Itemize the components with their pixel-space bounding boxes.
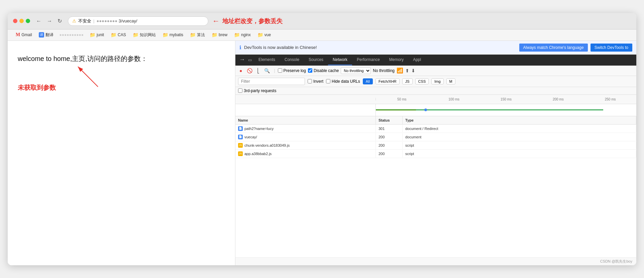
timeline-mark-50: 50 ms — [376, 97, 428, 101]
row4-status-cell: 200 — [376, 150, 403, 157]
table-row[interactable]: 📄 vuecay/ 200 document — [235, 133, 636, 141]
red-arrow-icon: ← — [212, 17, 220, 25]
preserve-log-checkbox[interactable]: Preserve log — [278, 68, 306, 73]
url-separator: | — [93, 18, 94, 23]
timeline-visual — [235, 104, 636, 116]
address-bar[interactable]: ⚠ 不安全 | ●●●●●●●● 3/vuecay/ — [68, 16, 208, 26]
row2-type-cell: document — [403, 133, 636, 141]
close-button[interactable] — [13, 19, 17, 23]
tab-application[interactable]: Appl — [408, 55, 426, 65]
tab-performance[interactable]: Performance — [352, 55, 385, 65]
window-controls — [13, 19, 30, 23]
tab-sources[interactable]: Sources — [304, 55, 328, 65]
timeline-blue-dot — [424, 109, 427, 111]
stop-button[interactable]: 🚫 — [245, 67, 254, 74]
devtools-info-text: DevTools is now available in Chinese! — [244, 45, 517, 50]
url-text: ●●●●●●●● 3/vuecay/ — [96, 18, 137, 23]
tab-memory[interactable]: Memory — [385, 55, 408, 65]
filter-all-button[interactable]: All — [363, 78, 373, 84]
row3-name-cell: JS chunk-vendors.a0183049.js — [235, 141, 376, 149]
row3-type-cell: script — [403, 142, 636, 149]
bookmark-nginx[interactable]: 📁 nginx — [231, 31, 253, 38]
main-area: welcome to home,主页,访问的路径的参数： 未获取到参数 ℹ — [8, 41, 636, 265]
filter-fetch-xhr-button[interactable]: Fetch/XHR — [375, 78, 400, 84]
switch-devtools-button[interactable]: Switch DevTools to — [591, 44, 632, 52]
hide-data-urls-checkbox[interactable]: Hide data URLs — [326, 79, 360, 84]
reload-button[interactable]: ↻ — [56, 17, 64, 25]
col-type: Type — [403, 116, 636, 124]
bookmark-mybatis-label: mybatis — [170, 32, 183, 37]
folder-icon-mybatis: 📁 — [163, 32, 168, 38]
bookmark-knowledge[interactable]: 📁 知识网站 — [130, 31, 158, 39]
bookmark-vue[interactable]: 📁 vue — [255, 31, 274, 38]
filter-css-button[interactable]: CSS — [415, 78, 429, 84]
table-row[interactable]: JS chunk-vendors.a0183049.js 200 script — [235, 141, 636, 150]
devtools-panel: ℹ DevTools is now available in Chinese! … — [235, 41, 636, 265]
timeline-mark-100: 100 ms — [428, 97, 480, 101]
bookmark-brew-label: brew — [219, 32, 227, 37]
filter-img-button[interactable]: Img — [431, 78, 443, 84]
warning-icon: ⚠ — [72, 18, 76, 23]
filter-m-button[interactable]: M — [446, 78, 455, 84]
tab-network[interactable]: Network — [328, 55, 352, 65]
tab-console[interactable]: Console — [280, 55, 304, 65]
filter-js-button[interactable]: JS — [402, 78, 413, 84]
row2-status-cell: 200 — [376, 133, 403, 141]
table-row[interactable]: JS app.a38bbab2.js 200 script — [235, 150, 636, 158]
translate-label: 翻译 — [45, 32, 53, 38]
record-button[interactable]: ● — [238, 67, 243, 74]
bookmarks-bar: M Gmail 译 翻译 ●●●●●●●●●● 📁 junit 📁 CAS 📁 … — [8, 29, 636, 41]
bookmark-algo-label: 算法 — [197, 32, 205, 38]
disable-cache-checkbox[interactable]: Disable cache — [308, 68, 339, 73]
timeline-name-col — [235, 98, 376, 100]
bookmark-cas[interactable]: 📁 CAS — [108, 31, 129, 38]
bookmark-mybatis[interactable]: 📁 mybatis — [160, 31, 186, 38]
back-button[interactable]: ← — [34, 17, 43, 25]
row1-type-cell: document / Redirect — [403, 125, 636, 132]
bookmark-knowledge-label: 知识网站 — [140, 32, 156, 38]
maximize-button[interactable] — [26, 19, 30, 23]
folder-icon-brew: 📁 — [212, 32, 217, 38]
minimize-button[interactable] — [19, 19, 24, 23]
network-toolbar: ● 🚫 ⎣ 🔍 | Preserve log Disable cache No … — [235, 66, 636, 76]
download-icon[interactable]: ⬇ — [411, 68, 415, 73]
throttle-label-text: No throttling — [373, 68, 395, 73]
col-status: Status — [376, 116, 403, 124]
bookmark-junit[interactable]: 📁 junit — [87, 31, 107, 38]
match-language-button[interactable]: Always match Chrome's language — [519, 44, 588, 52]
bookmark-translate[interactable]: 译 翻译 — [36, 31, 56, 39]
search-button[interactable]: 🔍 — [263, 67, 271, 74]
bookmark-gmail[interactable]: M Gmail — [13, 31, 35, 38]
folder-icon-nginx: 📁 — [234, 32, 240, 38]
bookmark-algo[interactable]: 📁 算法 — [187, 31, 208, 39]
filter-button[interactable]: ⎣ — [256, 67, 261, 74]
invert-checkbox[interactable]: Invert — [308, 79, 323, 84]
doc-icon: 📄 — [238, 135, 243, 139]
row2-name-cell: 📄 vuecay/ — [235, 133, 376, 141]
folder-icon-vue: 📁 — [257, 32, 263, 38]
cursor-icon[interactable]: ⭢ — [238, 55, 246, 65]
bookmark-brew[interactable]: 📁 brew — [209, 31, 230, 38]
third-party-checkbox[interactable]: 3rd-party requests — [238, 88, 276, 93]
js-icon: JS — [238, 143, 243, 148]
upload-icon[interactable]: ⬆ — [405, 68, 409, 73]
info-icon: ℹ — [239, 45, 241, 51]
throttle-select[interactable]: No throttling — [341, 67, 371, 74]
bookmark-cas-label: CAS — [118, 32, 126, 37]
tab-elements[interactable]: Elements — [254, 55, 280, 65]
timeline-mark-200: 200 ms — [532, 97, 584, 101]
timeline-left — [235, 104, 376, 116]
filter-input[interactable] — [238, 78, 305, 85]
device-icon[interactable]: ▭ — [246, 55, 254, 65]
insecure-label: 不安全 — [78, 18, 91, 24]
gmail-label: Gmail — [21, 32, 32, 37]
table-row[interactable]: 📄 path2?name=lucy 301 document / Redirec… — [235, 125, 636, 133]
row1-status-cell: 301 — [376, 125, 403, 132]
forward-button[interactable]: → — [45, 17, 54, 25]
folder-icon: 📁 — [90, 32, 95, 38]
doc-icon: 📄 — [238, 126, 243, 131]
wifi-icon[interactable]: 📶 — [397, 67, 403, 74]
folder-icon-algo: 📁 — [190, 32, 196, 38]
browser-window: ← → ↻ ⚠ 不安全 | ●●●●●●●● 3/vuecay/ ← 地址栏改变… — [8, 13, 636, 265]
row4-type-cell: script — [403, 150, 636, 157]
